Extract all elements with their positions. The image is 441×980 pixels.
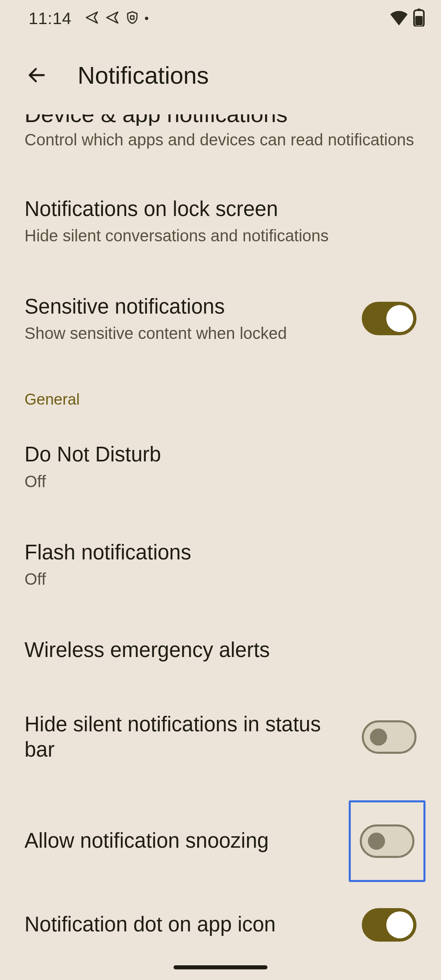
status-time: 11:14 (29, 9, 71, 28)
setting-sensitive-notifications[interactable]: Sensitive notifications Show sensitive c… (0, 270, 441, 367)
setting-title: Allow notification snoozing (24, 828, 336, 853)
svg-rect-0 (131, 16, 134, 20)
status-notif-icons (85, 10, 148, 27)
send-icon (85, 10, 99, 27)
svg-rect-3 (415, 16, 423, 25)
back-button[interactable] (20, 59, 53, 92)
wifi-icon (390, 9, 408, 27)
setting-title: Sensitive notifications (24, 294, 350, 319)
setting-subtitle: Control which apps and devices can read … (24, 131, 416, 149)
toggle-notification-dot[interactable] (362, 908, 416, 942)
svg-rect-2 (417, 9, 421, 11)
app-bar: Notifications (0, 37, 441, 114)
more-dot-icon (145, 17, 148, 20)
toggle-sensitive-notifications[interactable] (362, 302, 416, 335)
setting-title: Device & app notifications (24, 114, 416, 126)
shield-icon (125, 11, 139, 26)
send-icon (105, 10, 120, 27)
setting-subtitle: Off (24, 570, 404, 588)
setting-subtitle: Off (24, 472, 404, 491)
setting-hide-silent-status-bar[interactable]: Hide silent notifications in status bar (0, 687, 441, 787)
setting-subtitle: Show sensitive content when locked (24, 324, 350, 343)
status-bar: 11:14 (0, 0, 441, 37)
setting-allow-notification-snoozing[interactable]: Allow notification snoozing (0, 787, 441, 895)
page-title: Notifications (78, 62, 209, 89)
setting-title: Notifications on lock screen (24, 196, 404, 222)
setting-title: Notification dot on app icon (24, 912, 350, 937)
section-header-general: General (0, 367, 441, 417)
setting-device-app-notifications[interactable]: Device & app notifications Control which… (0, 114, 441, 172)
setting-do-not-disturb[interactable]: Do Not Disturb Off (0, 417, 441, 515)
battery-icon (413, 9, 425, 28)
setting-flash-notifications[interactable]: Flash notifications Off (0, 515, 441, 613)
setting-notifications-lock-screen[interactable]: Notifications on lock screen Hide silent… (0, 172, 441, 270)
toggle-hide-silent[interactable] (362, 720, 416, 754)
setting-title: Flash notifications (24, 540, 404, 565)
setting-title: Hide silent notifications in status bar (24, 712, 350, 762)
setting-title: Wireless emergency alerts (24, 637, 404, 663)
toggle-notification-snoozing[interactable] (360, 824, 414, 858)
status-right (390, 9, 425, 28)
arrow-left-icon (26, 65, 47, 87)
setting-title: Do Not Disturb (24, 442, 404, 467)
gesture-nav-pill[interactable] (174, 965, 267, 969)
status-left: 11:14 (29, 9, 148, 28)
setting-subtitle: Hide silent conversations and notificati… (24, 227, 404, 245)
setting-wireless-emergency-alerts[interactable]: Wireless emergency alerts (0, 613, 441, 687)
setting-notification-dot[interactable]: Notification dot on app icon (0, 895, 441, 966)
focus-indicator (349, 800, 425, 882)
settings-list[interactable]: Device & app notifications Control which… (0, 114, 441, 980)
